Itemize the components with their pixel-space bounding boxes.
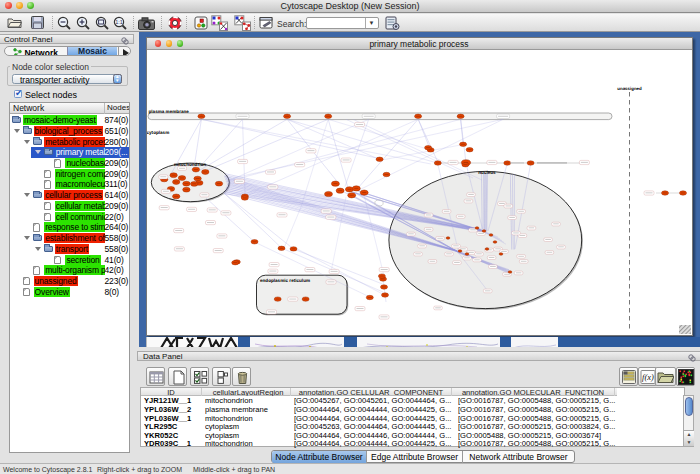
svg-text:cytoplasm: cytoplasm [147, 129, 169, 134]
svg-text:nucleus: nucleus [478, 169, 496, 174]
svg-text:plasma membrane: plasma membrane [148, 108, 189, 113]
svg-text:unassigned: unassigned [617, 85, 642, 90]
svg-text:mitochondrion: mitochondrion [173, 161, 205, 166]
svg-text:1:1: 1:1 [115, 19, 123, 25]
svg-text:endoplasmic reticulum: endoplasmic reticulum [260, 277, 310, 282]
svg-text:f(x): f(x) [642, 372, 654, 382]
